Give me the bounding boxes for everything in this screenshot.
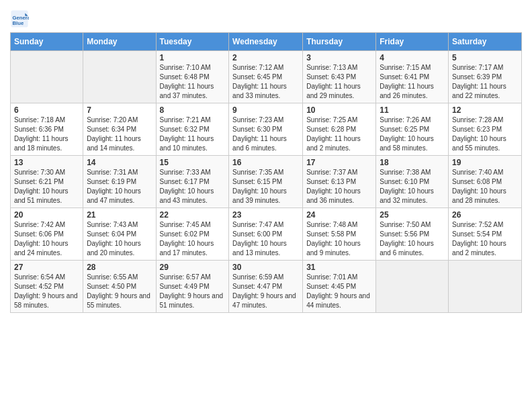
week-row-1: 1Sunrise: 7:10 AM Sunset: 6:48 PM Daylig… bbox=[11, 51, 522, 103]
day-number: 19 bbox=[452, 158, 518, 167]
calendar-cell: 14Sunrise: 7:31 AM Sunset: 6:19 PM Dayli… bbox=[83, 156, 156, 208]
day-number: 6 bbox=[14, 105, 79, 115]
calendar-cell: 26Sunrise: 7:52 AM Sunset: 5:54 PM Dayli… bbox=[449, 208, 522, 261]
calendar-cell: 5Sunrise: 7:17 AM Sunset: 6:39 PM Daylig… bbox=[449, 51, 522, 103]
day-info: Sunrise: 7:48 AM Sunset: 5:58 PM Dayligh… bbox=[306, 220, 372, 258]
calendar-cell: 17Sunrise: 7:37 AM Sunset: 6:13 PM Dayli… bbox=[303, 156, 376, 208]
day-number: 9 bbox=[232, 105, 299, 115]
day-number: 7 bbox=[87, 105, 152, 115]
calendar-cell: 20Sunrise: 7:42 AM Sunset: 6:06 PM Dayli… bbox=[11, 208, 83, 261]
calendar-cell: 10Sunrise: 7:25 AM Sunset: 6:28 PM Dayli… bbox=[303, 103, 376, 156]
calendar-cell: 23Sunrise: 7:47 AM Sunset: 6:00 PM Dayli… bbox=[229, 208, 303, 261]
day-number: 4 bbox=[380, 53, 445, 62]
calendar-cell: 21Sunrise: 7:43 AM Sunset: 6:04 PM Dayli… bbox=[83, 208, 156, 261]
calendar-cell: 13Sunrise: 7:30 AM Sunset: 6:21 PM Dayli… bbox=[11, 156, 83, 208]
calendar-cell: 8Sunrise: 7:21 AM Sunset: 6:32 PM Daylig… bbox=[156, 103, 229, 156]
day-info: Sunrise: 7:47 AM Sunset: 6:00 PM Dayligh… bbox=[232, 220, 299, 258]
week-row-5: 27Sunrise: 6:54 AM Sunset: 4:52 PM Dayli… bbox=[11, 261, 522, 313]
day-info: Sunrise: 7:17 AM Sunset: 6:39 PM Dayligh… bbox=[452, 63, 518, 101]
header-day-thursday: Thursday bbox=[303, 33, 376, 51]
day-info: Sunrise: 7:30 AM Sunset: 6:21 PM Dayligh… bbox=[14, 168, 79, 205]
day-info: Sunrise: 7:10 AM Sunset: 6:48 PM Dayligh… bbox=[160, 63, 226, 101]
logo: General Blue bbox=[10, 9, 30, 28]
day-number: 31 bbox=[306, 263, 372, 272]
calendar-cell: 2Sunrise: 7:12 AM Sunset: 6:45 PM Daylig… bbox=[229, 51, 303, 103]
calendar-cell: 16Sunrise: 7:35 AM Sunset: 6:15 PM Dayli… bbox=[229, 156, 303, 208]
day-number: 11 bbox=[380, 105, 445, 115]
day-number: 26 bbox=[452, 210, 518, 220]
calendar-cell: 9Sunrise: 7:23 AM Sunset: 6:30 PM Daylig… bbox=[229, 103, 303, 156]
calendar-cell: 25Sunrise: 7:50 AM Sunset: 5:56 PM Dayli… bbox=[376, 208, 449, 261]
day-info: Sunrise: 7:40 AM Sunset: 6:08 PM Dayligh… bbox=[452, 168, 518, 205]
day-info: Sunrise: 6:54 AM Sunset: 4:52 PM Dayligh… bbox=[14, 273, 79, 310]
calendar-cell bbox=[11, 51, 83, 103]
day-number: 2 bbox=[232, 53, 299, 62]
day-info: Sunrise: 7:45 AM Sunset: 6:02 PM Dayligh… bbox=[160, 220, 226, 258]
calendar-cell: 18Sunrise: 7:38 AM Sunset: 6:10 PM Dayli… bbox=[376, 156, 449, 208]
calendar-cell bbox=[376, 261, 449, 313]
day-info: Sunrise: 7:12 AM Sunset: 6:45 PM Dayligh… bbox=[232, 63, 299, 101]
day-info: Sunrise: 7:26 AM Sunset: 6:25 PM Dayligh… bbox=[380, 116, 445, 153]
day-info: Sunrise: 7:28 AM Sunset: 6:23 PM Dayligh… bbox=[452, 116, 518, 153]
header-day-saturday: Saturday bbox=[449, 33, 522, 51]
day-info: Sunrise: 7:52 AM Sunset: 5:54 PM Dayligh… bbox=[452, 220, 518, 258]
calendar-cell: 31Sunrise: 7:01 AM Sunset: 4:45 PM Dayli… bbox=[303, 261, 376, 313]
calendar-cell: 27Sunrise: 6:54 AM Sunset: 4:52 PM Dayli… bbox=[11, 261, 83, 313]
day-info: Sunrise: 7:38 AM Sunset: 6:10 PM Dayligh… bbox=[380, 168, 445, 205]
week-row-3: 13Sunrise: 7:30 AM Sunset: 6:21 PM Dayli… bbox=[11, 156, 522, 208]
svg-text:Blue: Blue bbox=[13, 20, 24, 26]
calendar-cell: 15Sunrise: 7:33 AM Sunset: 6:17 PM Dayli… bbox=[156, 156, 229, 208]
day-info: Sunrise: 7:43 AM Sunset: 6:04 PM Dayligh… bbox=[87, 220, 152, 258]
calendar-cell: 6Sunrise: 7:18 AM Sunset: 6:36 PM Daylig… bbox=[11, 103, 83, 156]
header-day-sunday: Sunday bbox=[11, 33, 83, 51]
day-number: 13 bbox=[14, 158, 79, 167]
day-number: 23 bbox=[232, 210, 299, 220]
day-number: 8 bbox=[160, 105, 226, 115]
day-number: 18 bbox=[380, 158, 445, 167]
calendar-table: SundayMondayTuesdayWednesdayThursdayFrid… bbox=[10, 32, 522, 313]
week-row-2: 6Sunrise: 7:18 AM Sunset: 6:36 PM Daylig… bbox=[11, 103, 522, 156]
day-number: 14 bbox=[87, 158, 152, 167]
day-number: 16 bbox=[232, 158, 299, 167]
calendar-cell: 29Sunrise: 6:57 AM Sunset: 4:49 PM Dayli… bbox=[156, 261, 229, 313]
day-number: 24 bbox=[306, 210, 372, 220]
calendar-cell bbox=[449, 261, 522, 313]
day-number: 20 bbox=[14, 210, 79, 220]
day-info: Sunrise: 7:01 AM Sunset: 4:45 PM Dayligh… bbox=[306, 273, 372, 310]
calendar-cell: 7Sunrise: 7:20 AM Sunset: 6:34 PM Daylig… bbox=[83, 103, 156, 156]
calendar-cell: 30Sunrise: 6:59 AM Sunset: 4:47 PM Dayli… bbox=[229, 261, 303, 313]
day-number: 25 bbox=[380, 210, 445, 220]
calendar-cell: 12Sunrise: 7:28 AM Sunset: 6:23 PM Dayli… bbox=[449, 103, 522, 156]
header-day-wednesday: Wednesday bbox=[229, 33, 303, 51]
day-number: 21 bbox=[87, 210, 152, 220]
day-info: Sunrise: 7:15 AM Sunset: 6:41 PM Dayligh… bbox=[380, 63, 445, 101]
day-info: Sunrise: 7:13 AM Sunset: 6:43 PM Dayligh… bbox=[306, 63, 372, 101]
day-number: 1 bbox=[160, 53, 226, 62]
page-header: General Blue bbox=[10, 7, 522, 28]
day-number: 27 bbox=[14, 263, 79, 272]
day-number: 5 bbox=[452, 53, 518, 62]
header-day-tuesday: Tuesday bbox=[156, 33, 229, 51]
header-day-friday: Friday bbox=[376, 33, 449, 51]
day-number: 10 bbox=[306, 105, 372, 115]
day-info: Sunrise: 7:23 AM Sunset: 6:30 PM Dayligh… bbox=[232, 116, 299, 153]
day-info: Sunrise: 7:35 AM Sunset: 6:15 PM Dayligh… bbox=[232, 168, 299, 205]
calendar-cell: 28Sunrise: 6:55 AM Sunset: 4:50 PM Dayli… bbox=[83, 261, 156, 313]
day-info: Sunrise: 6:59 AM Sunset: 4:47 PM Dayligh… bbox=[232, 273, 299, 310]
day-info: Sunrise: 7:37 AM Sunset: 6:13 PM Dayligh… bbox=[306, 168, 372, 205]
day-number: 12 bbox=[452, 105, 518, 115]
day-info: Sunrise: 6:55 AM Sunset: 4:50 PM Dayligh… bbox=[87, 273, 152, 310]
day-info: Sunrise: 7:20 AM Sunset: 6:34 PM Dayligh… bbox=[87, 116, 152, 153]
calendar-cell: 11Sunrise: 7:26 AM Sunset: 6:25 PM Dayli… bbox=[376, 103, 449, 156]
header-row: SundayMondayTuesdayWednesdayThursdayFrid… bbox=[11, 33, 522, 51]
calendar-cell: 19Sunrise: 7:40 AM Sunset: 6:08 PM Dayli… bbox=[449, 156, 522, 208]
calendar-cell bbox=[83, 51, 156, 103]
day-number: 28 bbox=[87, 263, 152, 272]
day-info: Sunrise: 7:18 AM Sunset: 6:36 PM Dayligh… bbox=[14, 116, 79, 153]
day-info: Sunrise: 7:33 AM Sunset: 6:17 PM Dayligh… bbox=[160, 168, 226, 205]
day-number: 3 bbox=[306, 53, 372, 62]
calendar-cell: 24Sunrise: 7:48 AM Sunset: 5:58 PM Dayli… bbox=[303, 208, 376, 261]
day-info: Sunrise: 7:50 AM Sunset: 5:56 PM Dayligh… bbox=[380, 220, 445, 258]
day-info: Sunrise: 7:25 AM Sunset: 6:28 PM Dayligh… bbox=[306, 116, 372, 153]
day-number: 29 bbox=[160, 263, 226, 272]
